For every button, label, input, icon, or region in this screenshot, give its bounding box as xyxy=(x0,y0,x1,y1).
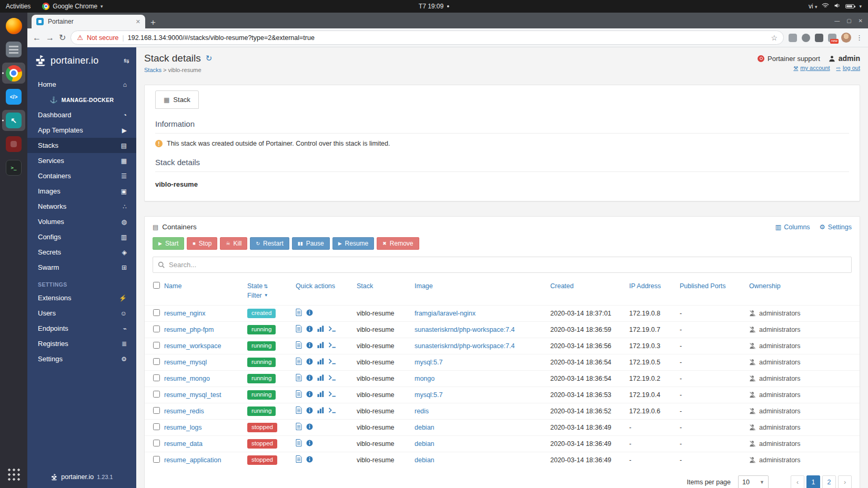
image-link[interactable]: sunasteriskrnd/php-workspace:7.4 xyxy=(415,326,514,333)
inspect-icon[interactable] xyxy=(306,326,313,332)
console-icon[interactable] xyxy=(328,391,336,397)
sidebar-item-networks[interactable]: Networks∴ xyxy=(27,199,136,214)
dock-firefox[interactable] xyxy=(2,15,25,36)
logs-icon[interactable] xyxy=(296,423,302,430)
sidebar-item-endpoints[interactable]: Endpoints⌁ xyxy=(27,321,136,336)
container-name-link[interactable]: resume_mysql xyxy=(164,359,207,366)
extension-icon[interactable] xyxy=(802,34,810,42)
clock-button[interactable]: T7 19:09 xyxy=(419,3,449,10)
header-state[interactable]: State⇅ Filter▼ xyxy=(247,277,296,305)
dock-screenshot-tool[interactable]: ↖ xyxy=(2,110,25,131)
logs-icon[interactable] xyxy=(296,406,302,414)
sidebar-collapse-icon[interactable]: ⇆ xyxy=(124,57,129,65)
row-checkbox[interactable] xyxy=(153,326,160,332)
address-bar[interactable]: ⚠ Not secure | 192.168.1.34:9000/#/stack… xyxy=(70,30,784,45)
sidebar-item-secrets[interactable]: Secrets◈ xyxy=(27,245,136,260)
dock-files[interactable] xyxy=(2,39,25,60)
app-menu-button[interactable]: Google Chrome ▾ xyxy=(36,0,108,13)
search-input[interactable] xyxy=(153,257,852,273)
image-link[interactable]: sunasteriskrnd/php-workspace:7.4 xyxy=(415,342,514,350)
extension-icon[interactable]: new xyxy=(828,34,836,42)
logs-icon[interactable] xyxy=(296,309,302,316)
console-icon[interactable] xyxy=(328,326,336,332)
image-link[interactable]: mysql:5.7 xyxy=(415,359,443,366)
sidebar-item-swarm[interactable]: Swarm⊞ xyxy=(27,260,136,275)
page-button-2[interactable]: 2 xyxy=(822,475,836,488)
stats-icon[interactable] xyxy=(317,407,324,413)
row-checkbox[interactable] xyxy=(153,391,160,398)
remove-button[interactable]: ✖Remove xyxy=(377,237,419,250)
logs-icon[interactable] xyxy=(296,374,302,381)
row-checkbox[interactable] xyxy=(153,358,160,365)
security-warning-icon[interactable]: ⚠ xyxy=(77,34,83,41)
logs-icon[interactable] xyxy=(296,358,302,365)
inspect-icon[interactable] xyxy=(306,440,313,446)
dock-show-applications[interactable] xyxy=(2,464,25,485)
kill-button[interactable]: ☠Kill xyxy=(220,237,247,250)
dock-google-chrome[interactable] xyxy=(2,63,25,84)
console-icon[interactable] xyxy=(328,358,336,364)
user-menu[interactable]: admin xyxy=(829,54,860,63)
sidebar-item-dashboard[interactable]: Dashboard◔ xyxy=(27,107,136,123)
dock-terminal[interactable]: >_ xyxy=(2,157,25,178)
inspect-icon[interactable] xyxy=(306,309,313,316)
logs-icon[interactable] xyxy=(296,341,302,349)
sidebar-item-containers[interactable]: Containers☰ xyxy=(27,168,136,184)
columns-button[interactable]: ▥Columns xyxy=(775,223,810,231)
row-checkbox[interactable] xyxy=(153,423,160,430)
select-all-checkbox[interactable] xyxy=(153,282,160,289)
sidebar-logo[interactable]: portainer.io ⇆ xyxy=(27,47,136,74)
image-link[interactable]: debian xyxy=(415,456,435,464)
portainer-support-link[interactable]: Portainer support xyxy=(758,55,820,63)
next-page-button[interactable]: › xyxy=(838,475,852,488)
stats-icon[interactable] xyxy=(317,342,324,348)
container-name-link[interactable]: resume_workspace xyxy=(164,342,221,350)
stats-icon[interactable] xyxy=(317,374,324,381)
sidebar-item-stacks[interactable]: Stacks▤ xyxy=(27,138,136,153)
sidebar-item-configs[interactable]: Configs▥ xyxy=(27,229,136,245)
stop-button[interactable]: ■Stop xyxy=(187,237,217,250)
volume-icon[interactable] xyxy=(834,2,841,11)
extension-icon[interactable] xyxy=(789,34,797,42)
row-checkbox[interactable] xyxy=(153,374,160,381)
system-menu-caret-icon[interactable]: ▾ xyxy=(859,4,862,9)
refresh-icon[interactable]: ↻ xyxy=(206,54,213,63)
stats-icon[interactable] xyxy=(317,358,324,364)
page-size-select[interactable]: 10 ▼ xyxy=(738,475,769,488)
breadcrumb-stacks-link[interactable]: Stacks xyxy=(144,67,162,73)
extension-icon[interactable] xyxy=(815,34,823,42)
sidebar-item-users[interactable]: Users☺ xyxy=(27,306,136,321)
logs-icon[interactable] xyxy=(296,455,302,463)
image-link[interactable]: mysql:5.7 xyxy=(415,391,443,399)
image-link[interactable]: debian xyxy=(415,424,435,431)
inspect-icon[interactable] xyxy=(306,407,313,414)
container-name-link[interactable]: resume_logs xyxy=(164,424,202,431)
tab-close-icon[interactable]: ✕ xyxy=(136,18,140,25)
forward-button[interactable]: → xyxy=(46,34,54,42)
activities-button[interactable]: Activities xyxy=(0,0,36,13)
table-settings-button[interactable]: ⚙Settings xyxy=(820,223,852,231)
container-name-link[interactable]: resume_nginx xyxy=(164,310,206,317)
inspect-icon[interactable] xyxy=(306,374,313,381)
dock-media-app[interactable] xyxy=(2,134,25,155)
image-link[interactable]: debian xyxy=(415,440,435,448)
battery-icon[interactable] xyxy=(845,4,854,8)
browser-menu-icon[interactable]: ⋮ xyxy=(856,34,863,42)
container-name-link[interactable]: resume_mongo xyxy=(164,375,210,382)
logs-icon[interactable] xyxy=(296,325,302,332)
stats-icon[interactable] xyxy=(317,391,324,397)
start-button[interactable]: ▶Start xyxy=(153,237,184,250)
image-link[interactable]: redis xyxy=(415,408,429,415)
console-icon[interactable] xyxy=(328,342,336,348)
inspect-icon[interactable] xyxy=(306,342,313,349)
my-account-link[interactable]: ⚒my account xyxy=(793,65,830,71)
sidebar-item-registries[interactable]: Registries≣ xyxy=(27,336,136,351)
container-name-link[interactable]: resume_mysql_test xyxy=(164,391,221,399)
image-link[interactable]: mongo xyxy=(415,375,435,382)
back-button[interactable]: ← xyxy=(33,34,41,42)
profile-avatar[interactable] xyxy=(841,33,851,43)
sidebar-item-images[interactable]: Images▣ xyxy=(27,184,136,199)
window-minimize-button[interactable]: — xyxy=(834,18,840,24)
window-close-button[interactable]: ✕ xyxy=(859,18,863,24)
sort-icon[interactable]: ⇅ xyxy=(264,283,268,289)
